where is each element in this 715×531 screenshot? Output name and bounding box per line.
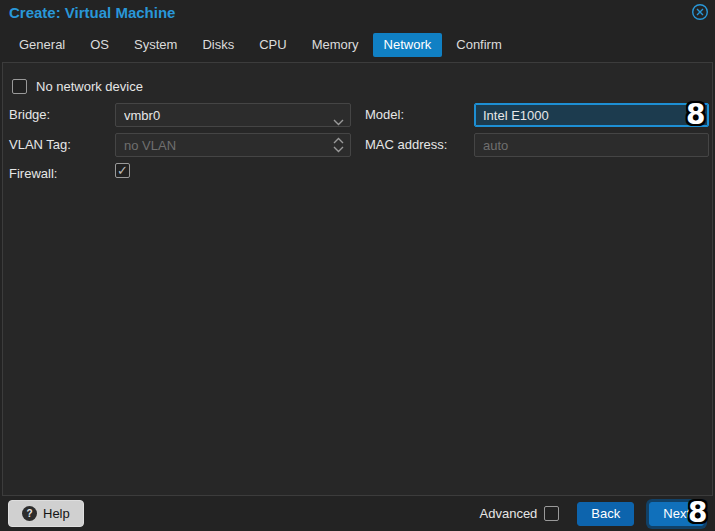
- mac-address-input[interactable]: [474, 133, 709, 157]
- next-button[interactable]: Next: [649, 502, 704, 526]
- no-network-device-label: No network device: [36, 79, 143, 95]
- help-button-label: Help: [43, 506, 70, 521]
- advanced-label: Advanced: [480, 506, 538, 521]
- help-button[interactable]: ? Help: [8, 500, 84, 527]
- vlan-tag-input[interactable]: [115, 133, 351, 157]
- vlan-tag-spinner[interactable]: [115, 133, 351, 157]
- advanced-checkbox[interactable]: [544, 506, 559, 521]
- mac-address-label: MAC address:: [365, 137, 447, 153]
- dialog-titlebar: Create: Virtual Machine: [0, 0, 715, 30]
- tab-system[interactable]: System: [123, 33, 188, 57]
- bridge-combobox[interactable]: [115, 103, 351, 127]
- bridge-label: Bridge:: [9, 107, 50, 123]
- tab-bar: General OS System Disks CPU Memory Netwo…: [8, 33, 516, 57]
- tab-memory[interactable]: Memory: [301, 33, 370, 57]
- close-icon[interactable]: [691, 3, 709, 21]
- network-form-panel: No network device Bridge: Model: VLAN Ta…: [2, 62, 713, 496]
- no-network-device-checkbox[interactable]: [12, 79, 27, 94]
- tab-os[interactable]: OS: [79, 33, 120, 57]
- back-button[interactable]: Back: [577, 502, 634, 526]
- firewall-checkbox[interactable]: ✓: [115, 163, 130, 178]
- model-input[interactable]: [474, 103, 709, 127]
- tab-cpu[interactable]: CPU: [248, 33, 297, 57]
- tab-general[interactable]: General: [8, 33, 76, 57]
- tab-disks[interactable]: Disks: [191, 33, 245, 57]
- model-label: Model:: [365, 107, 404, 123]
- check-icon: ✓: [117, 164, 128, 177]
- question-icon: ?: [22, 506, 37, 521]
- tab-confirm[interactable]: Confirm: [445, 33, 513, 57]
- create-vm-dialog: Create: Virtual Machine General OS Syste…: [0, 0, 715, 531]
- firewall-label: Firewall:: [9, 166, 57, 182]
- model-combobox[interactable]: [474, 103, 709, 127]
- bridge-input[interactable]: [115, 103, 351, 127]
- vlan-tag-label: VLAN Tag:: [9, 137, 71, 153]
- mac-address-field[interactable]: [474, 133, 709, 157]
- bottom-toolbar: ? Help Advanced Back Next: [0, 497, 715, 531]
- dialog-title: Create: Virtual Machine: [9, 4, 175, 21]
- tab-network[interactable]: Network: [373, 33, 443, 57]
